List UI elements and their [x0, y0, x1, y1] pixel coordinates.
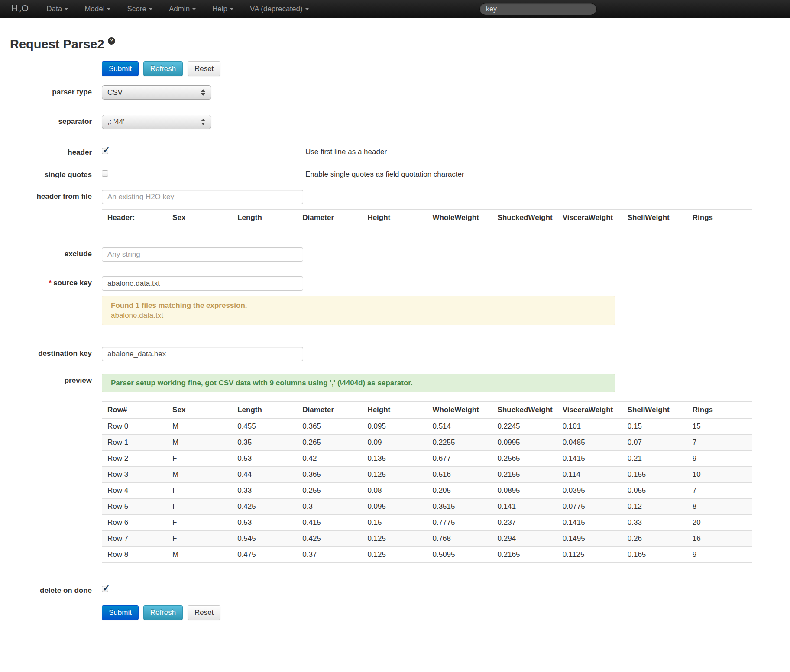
header-row: header Use first line as a header [0, 145, 790, 157]
cell: 0.095 [362, 499, 427, 515]
column-header: Rings [687, 210, 752, 226]
exclude-label: exclude [0, 247, 92, 258]
column-header: Sex [167, 402, 232, 419]
cell: 16 [687, 531, 752, 547]
table-row: Row 2F0.530.420.1350.6770.25650.14150.21… [102, 451, 752, 467]
cell: 9 [687, 451, 752, 467]
cell: 0.37 [297, 547, 362, 563]
delete-on-done-row: delete on done [0, 584, 790, 595]
submit-button[interactable]: Submit [102, 605, 139, 620]
cell: Row 6 [102, 515, 167, 531]
delete-on-done-label: delete on done [0, 584, 92, 595]
table-row: Row 6F0.530.4150.150.77750.2370.14150.33… [102, 515, 752, 531]
destination-key-input[interactable] [102, 347, 303, 361]
preview-table: Row#SexLengthDiameterHeightWholeWeightSh… [102, 401, 752, 563]
cell: 20 [687, 515, 752, 531]
cell: 0.15 [622, 419, 687, 435]
nav-item-data[interactable]: Data [38, 0, 76, 18]
cell: 0.365 [297, 419, 362, 435]
cell: M [167, 419, 232, 435]
single-quotes-hint: Enable single quotes as field quotation … [305, 170, 464, 179]
cell: 0.135 [362, 451, 427, 467]
column-header: ShuckedWeight [492, 210, 557, 226]
separator-row: separator ,: '44' [0, 115, 790, 129]
refresh-button[interactable]: Refresh [143, 61, 183, 76]
nav-item-score[interactable]: Score [119, 0, 160, 18]
cell: 0.265 [297, 435, 362, 451]
table-row: Row 3M0.440.3650.1250.5160.21550.1140.15… [102, 467, 752, 483]
table-row: Row 7F0.5450.4250.1250.7680.2940.14950.2… [102, 531, 752, 547]
column-header: Height [362, 210, 427, 226]
cell: Row 4 [102, 483, 167, 499]
refresh-button[interactable]: Refresh [143, 605, 183, 620]
cell: 0.294 [492, 531, 557, 547]
nav-item-model[interactable]: Model [76, 0, 119, 18]
cell: 0.21 [622, 451, 687, 467]
cell: Row 2 [102, 451, 167, 467]
cell: F [167, 451, 232, 467]
table-row: Row 8M0.4750.370.1250.50950.21650.11250.… [102, 547, 752, 563]
cell: 0.08 [362, 483, 427, 499]
cell: 0.3 [297, 499, 362, 515]
separator-label: separator [0, 115, 92, 126]
column-header: WholeWeight [427, 210, 492, 226]
table-row: Row 1M0.350.2650.090.22550.09950.04850.0… [102, 435, 752, 451]
cell: I [167, 483, 232, 499]
parser-type-select[interactable]: CSV [102, 85, 211, 100]
cell: 0.768 [427, 531, 492, 547]
delete-on-done-checkbox[interactable] [102, 586, 108, 592]
cell: I [167, 499, 232, 515]
column-header: Length [232, 210, 297, 226]
cell: 0.2565 [492, 451, 557, 467]
cell: 0.2255 [427, 435, 492, 451]
preview-table-header-row: Row#SexLengthDiameterHeightWholeWeightSh… [102, 402, 752, 419]
header-table: Header:SexLengthDiameterHeightWholeWeigh… [102, 209, 752, 226]
column-header: Row# [102, 402, 167, 419]
header-from-file-row: header from file [0, 190, 790, 204]
cell: 0.155 [622, 467, 687, 483]
cell: 0.516 [427, 467, 492, 483]
cell: 0.055 [622, 483, 687, 499]
cell: 0.0895 [492, 483, 557, 499]
cell: Row 8 [102, 547, 167, 563]
cell: 0.237 [492, 515, 557, 531]
cell: 0.514 [427, 419, 492, 435]
nav-item-va-deprecated[interactable]: VA (deprecated) [242, 0, 317, 18]
exclude-input[interactable] [102, 247, 303, 262]
cell: 0.095 [362, 419, 427, 435]
header-table-header-row: Header:SexLengthDiameterHeightWholeWeigh… [102, 210, 752, 226]
cell: 0.7775 [427, 515, 492, 531]
cell: 0.165 [622, 547, 687, 563]
cell: 0.09 [362, 435, 427, 451]
header-checkbox[interactable] [102, 148, 108, 154]
header-from-file-input[interactable] [102, 190, 303, 204]
nav-item-admin[interactable]: Admin [161, 0, 204, 18]
column-header: Length [232, 402, 297, 419]
cell: 0.101 [557, 419, 622, 435]
preview-status-alert: Parser setup working fine, got CSV data … [102, 374, 615, 392]
help-icon[interactable]: ? [108, 37, 115, 45]
source-key-input[interactable] [102, 276, 303, 291]
cell: 0.1415 [557, 515, 622, 531]
cell: 0.53 [232, 451, 297, 467]
cell: F [167, 515, 232, 531]
reset-button[interactable]: Reset [188, 605, 220, 620]
source-match-file: abalone.data.txt [111, 310, 606, 320]
separator-select[interactable]: ,: '44' [102, 115, 211, 129]
submit-button[interactable]: Submit [102, 61, 139, 76]
h2o-logo[interactable]: H2O [11, 3, 29, 15]
cell: 0.125 [362, 531, 427, 547]
caret-down-icon [65, 8, 68, 10]
cell: 0.33 [232, 483, 297, 499]
column-header: Diameter [297, 210, 362, 226]
header-label: header [0, 145, 92, 157]
reset-button[interactable]: Reset [188, 61, 220, 76]
cell: 0.0775 [557, 499, 622, 515]
nav-item-help[interactable]: Help [204, 0, 242, 18]
cell: 0.12 [622, 499, 687, 515]
parser-type-label: parser type [0, 85, 92, 97]
single-quotes-checkbox[interactable] [102, 170, 108, 177]
search-input[interactable] [479, 3, 597, 15]
caret-down-icon [149, 8, 152, 10]
table-row: Row 4I0.330.2550.080.2050.08950.03950.05… [102, 483, 752, 499]
